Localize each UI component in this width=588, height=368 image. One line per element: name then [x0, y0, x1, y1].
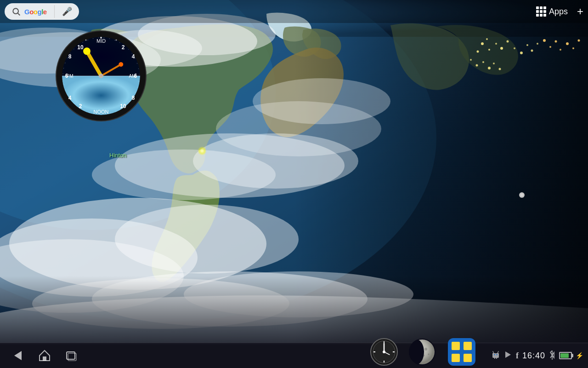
- svg-point-25: [470, 59, 472, 61]
- svg-text:8: 8: [68, 53, 72, 60]
- svg-text:4: 4: [132, 53, 135, 60]
- svg-point-49: [13, 8, 18, 14]
- apps-label: Apps: [549, 7, 568, 17]
- svg-point-15: [526, 44, 528, 46]
- android-icon: [491, 351, 500, 361]
- clock-widget: MID NOON PM AM 10 2 2 10 8 4 4 8 6 6: [55, 30, 147, 122]
- polyclock-icon: [369, 337, 399, 367]
- svg-rect-48: [0, 276, 588, 345]
- svg-point-30: [499, 68, 501, 70]
- bluetooth-icon: [549, 351, 555, 361]
- play-icon: [504, 351, 512, 361]
- battery-indicator: [559, 352, 572, 359]
- svg-text:8: 8: [132, 95, 135, 101]
- svg-point-75: [85, 40, 87, 41]
- location-label: Hinton: [109, 152, 127, 159]
- search-icon: [11, 7, 21, 16]
- svg-marker-109: [505, 351, 511, 358]
- convertor-app[interactable]: → ← Convertor Pro: [446, 337, 477, 368]
- nav-buttons: [0, 349, 89, 362]
- svg-point-17: [537, 43, 538, 45]
- svg-point-10: [500, 47, 503, 50]
- system-clock: 16:40: [522, 351, 545, 361]
- svg-point-18: [543, 39, 546, 42]
- svg-point-23: [572, 47, 574, 49]
- svg-point-90: [383, 351, 385, 353]
- svg-point-21: [560, 49, 561, 51]
- top-bar: Google 🎤 Apps +: [0, 0, 588, 23]
- svg-text:←: ←: [459, 355, 464, 360]
- svg-point-97: [428, 354, 430, 355]
- polyclock-app[interactable]: PolyClock: [369, 337, 399, 368]
- svg-point-12: [507, 40, 509, 43]
- top-right-controls: Apps +: [532, 5, 583, 18]
- svg-point-13: [514, 47, 515, 49]
- status-bar: f 16:40 ⚡: [486, 351, 588, 361]
- app-icons-tray: PolyClock: [89, 337, 486, 368]
- svg-point-96: [423, 355, 425, 356]
- svg-point-27: [482, 61, 484, 63]
- clock-face: MID NOON PM AM 10 2 2 10 8 4 4 8 6 6: [55, 30, 147, 122]
- svg-point-9: [495, 43, 497, 45]
- svg-point-6: [481, 42, 484, 45]
- microphone-icon[interactable]: 🎤: [62, 6, 72, 17]
- svg-point-44: [216, 101, 381, 156]
- svg-text:NOON: NOON: [94, 109, 109, 115]
- svg-point-28: [488, 67, 491, 69]
- back-button[interactable]: [11, 349, 24, 362]
- svg-point-20: [555, 40, 557, 43]
- svg-marker-77: [14, 351, 22, 360]
- svg-point-24: [578, 40, 580, 42]
- apps-grid-icon: [536, 6, 546, 17]
- svg-text:6: 6: [65, 73, 68, 79]
- svg-point-76: [116, 40, 117, 41]
- svg-text:6: 6: [134, 73, 137, 79]
- svg-point-8: [477, 51, 479, 53]
- svg-rect-79: [43, 356, 46, 361]
- svg-rect-102: [464, 354, 472, 362]
- add-button[interactable]: +: [577, 6, 583, 17]
- svg-text:→: →: [459, 345, 464, 350]
- svg-text:4: 4: [68, 95, 72, 101]
- moonphase-app[interactable]: Moon Phase P: [406, 337, 439, 368]
- svg-point-74: [100, 37, 102, 39]
- recents-button[interactable]: [65, 350, 78, 361]
- svg-line-107: [493, 351, 494, 353]
- convertor-icon: → ←: [447, 337, 476, 367]
- svg-line-50: [18, 13, 20, 16]
- svg-point-73: [99, 74, 103, 78]
- svg-text:2: 2: [122, 44, 125, 51]
- svg-point-26: [476, 64, 478, 67]
- charging-icon: ⚡: [576, 352, 583, 359]
- svg-point-22: [566, 42, 569, 45]
- apps-button[interactable]: Apps: [532, 5, 571, 18]
- google-logo: Google: [24, 8, 47, 16]
- svg-rect-101: [452, 354, 460, 362]
- moonphase-icon: [407, 337, 437, 367]
- svg-point-11: [486, 38, 488, 40]
- svg-point-14: [520, 52, 523, 54]
- divider: [54, 5, 55, 18]
- svg-rect-100: [464, 342, 472, 350]
- svg-rect-99: [452, 342, 460, 350]
- svg-text:MID: MID: [96, 38, 106, 44]
- svg-point-19: [549, 46, 551, 48]
- taskbar: PolyClock: [0, 343, 588, 368]
- svg-point-106: [496, 354, 497, 355]
- svg-text:2: 2: [79, 103, 82, 109]
- svg-point-16: [531, 50, 533, 52]
- facebook-icon: f: [516, 351, 519, 361]
- moon-indicator: [519, 192, 525, 198]
- battery-icon: [559, 352, 572, 359]
- svg-point-105: [494, 354, 495, 355]
- home-button[interactable]: [38, 349, 51, 362]
- google-search-bar[interactable]: Google 🎤: [5, 3, 79, 20]
- svg-point-95: [424, 348, 427, 351]
- svg-point-29: [493, 63, 495, 64]
- battery-fill: [560, 353, 569, 358]
- svg-line-108: [498, 351, 498, 353]
- sun-indicator: [198, 146, 207, 155]
- svg-point-94: [409, 339, 424, 364]
- svg-point-7: [488, 49, 490, 51]
